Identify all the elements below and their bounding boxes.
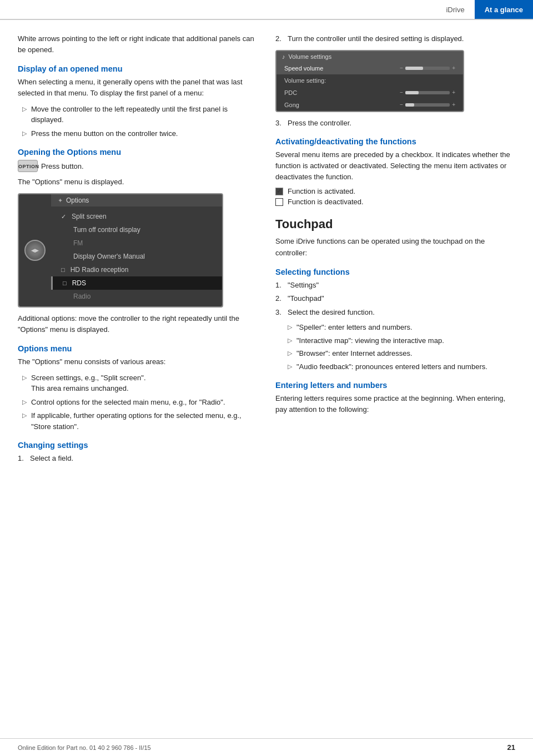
vol-title: Volume settings <box>289 53 332 60</box>
menu-item-turn-off: Turn off control display <box>51 223 222 236</box>
tab-idrive[interactable]: iDrive <box>436 0 474 19</box>
selecting-functions-sub-bullets: ▷ "Speller": enter letters and numbers. … <box>288 322 515 372</box>
screenshot-title: Options <box>66 196 89 204</box>
entering-letters-body: Entering letters requires some practice … <box>275 393 515 415</box>
vol-bar <box>405 91 450 94</box>
menu-item-label: RDS <box>72 279 86 287</box>
vol-bar-fill <box>405 103 414 107</box>
changing-settings-steps: 1. Select a field. <box>18 453 258 464</box>
list-item: 3. Press the controller. <box>275 118 515 129</box>
vol-bar-fill <box>405 67 423 70</box>
list-item: ▷ Press the menu button on the controlle… <box>22 128 258 139</box>
option-button-image: OPTION <box>18 160 38 172</box>
touchpad-heading: Touchpad <box>275 217 515 231</box>
vol-bar-fill <box>405 91 419 94</box>
section-heading-changing-settings: Changing settings <box>18 441 258 450</box>
bullet-text: Press the menu button on the controller … <box>31 128 178 139</box>
arrow-icon: ▷ <box>22 411 27 420</box>
menu-item-label: HD Radio reception <box>71 266 129 274</box>
bullet-sub: This area remains unchanged. <box>31 384 129 392</box>
vol-bar <box>405 103 450 107</box>
menu-item-label: Radio <box>73 293 90 300</box>
sub-bullet-text: "Interactive map": viewing the interacti… <box>296 335 444 346</box>
menu-item-label: Turn off control display <box>73 226 140 234</box>
list-item: ▷ If applicable, further operating optio… <box>22 410 258 432</box>
tab-at-a-glance[interactable]: At a glance <box>475 0 533 19</box>
section-heading-display-opened-menu: Display of an opened menu <box>18 64 258 73</box>
controller-knob: ◀▶ <box>24 240 46 261</box>
list-item: ▷ Screen settings, e.g., "Split screen".… <box>22 372 258 394</box>
display-opened-menu-body: When selecting a menu, it generally open… <box>18 77 258 99</box>
options-menu-body: The "Options" menu consists of various a… <box>18 356 258 367</box>
list-item: ▷ "Browser": enter Internet addresses. <box>288 348 515 359</box>
vol-bar-container: − + <box>400 65 455 71</box>
sub-bullet-text: "Audio feedback": pronounces entered let… <box>296 361 487 372</box>
press-button-row: OPTION Press button. <box>18 160 258 172</box>
header-tabs: iDrive At a glance <box>436 0 533 19</box>
vol-minus: − <box>400 89 403 95</box>
options-menu-screenshot: ◀▶ ✦ Options Split screen Turn off contr… <box>18 193 223 308</box>
arrow-icon: ▷ <box>22 129 27 138</box>
menu-item-label: Split screen <box>72 213 107 220</box>
vol-icon: ♪ <box>282 53 285 60</box>
bullet-content: Screen settings, e.g., "Split screen". T… <box>31 372 146 394</box>
list-item: 2. "Touchpad" <box>275 293 515 304</box>
menu-item-radio: Radio <box>51 290 222 303</box>
menu-item-label: FM <box>73 239 83 247</box>
menu-item-fm: FM <box>51 236 222 250</box>
arrow-icon: ▷ <box>22 397 27 407</box>
vol-bar <box>405 67 450 70</box>
footer: Online Edition for Part no. 01 40 2 960 … <box>0 738 533 756</box>
screenshot-outer: ◀▶ ✦ Options Split screen Turn off contr… <box>19 194 222 306</box>
selecting-functions-steps: 1. "Settings" 2. "Touchpad" 3. Select th… <box>275 280 515 318</box>
step-number: 3. <box>275 307 285 318</box>
screenshot-menu-items: Split screen Turn off control display FM… <box>51 206 222 306</box>
arrow-icon: ▷ <box>22 104 27 114</box>
list-item: 1. "Settings" <box>275 280 515 291</box>
function-deactivated-row: Function is deactivated. <box>275 198 515 206</box>
left-column: White arrows pointing to the left or rig… <box>18 33 258 468</box>
footer-text: Online Edition for Part no. 01 40 2 960 … <box>18 744 151 751</box>
controller-arrows: ◀▶ <box>31 248 39 254</box>
section-heading-selecting-functions: Selecting functions <box>275 268 515 276</box>
section-heading-activating: Activating/deactivating the functions <box>275 137 515 146</box>
screenshot-title-bar: ✦ Options <box>51 194 222 206</box>
step-number: 2. <box>275 33 285 44</box>
activated-label: Function is activated. <box>288 187 355 195</box>
step2-list: 2. Turn the controller until the desired… <box>275 33 515 44</box>
list-item: ▷ "Audio feedback": pronounces entered l… <box>288 361 515 372</box>
checkbox-unchecked-icon <box>275 198 283 206</box>
arrow-icon: ▷ <box>288 336 292 345</box>
menu-item-label: Display Owner's Manual <box>73 253 145 260</box>
bullet-main: Screen settings, e.g., "Split screen". <box>31 374 146 382</box>
arrow-icon: ▷ <box>288 362 292 371</box>
step-text: Select the desired function. <box>288 307 375 318</box>
step-text: Select a field. <box>30 453 73 464</box>
menu-icon: ✦ <box>58 197 63 204</box>
screenshot-left-ctrl: ◀▶ <box>19 194 51 306</box>
section-heading-opening-options: Opening the Options menu <box>18 148 258 157</box>
list-item: 3. Select the desired function. <box>275 307 515 318</box>
vol-plus: + <box>452 89 455 95</box>
vol-item-label: PDC <box>284 89 297 96</box>
intro-text: White arrows pointing to the left or rig… <box>18 33 258 56</box>
options-menu-bullets: ▷ Screen settings, e.g., "Split screen".… <box>22 372 258 432</box>
step-text: Turn the controller until the desired se… <box>288 33 464 44</box>
vol-title-bar: ♪ Volume settings <box>276 51 463 62</box>
list-item: 2. Turn the controller until the desired… <box>275 33 515 44</box>
arrow-icon: ▷ <box>288 322 292 332</box>
step-text: "Settings" <box>288 280 319 291</box>
touchpad-body: Some iDrive functions can be operated us… <box>275 236 515 258</box>
menu-displayed-text: The "Options" menu is displayed. <box>18 177 258 188</box>
bullet-main: Control options for the selected main me… <box>31 397 225 408</box>
menu-item-hd-radio: HD Radio reception <box>51 263 222 276</box>
menu-item-rds: RDS <box>51 276 222 290</box>
list-item: ▷ Move the controller to the left repeat… <box>22 104 258 125</box>
step-number: 1. <box>18 453 28 464</box>
step-text: Press the controller. <box>288 118 351 129</box>
step-number: 3. <box>275 118 285 129</box>
step-number: 2. <box>275 293 285 304</box>
vol-plus: + <box>452 102 455 108</box>
section-heading-entering-letters: Entering letters and numbers <box>275 381 515 390</box>
vol-bar-container: − + <box>400 89 455 95</box>
